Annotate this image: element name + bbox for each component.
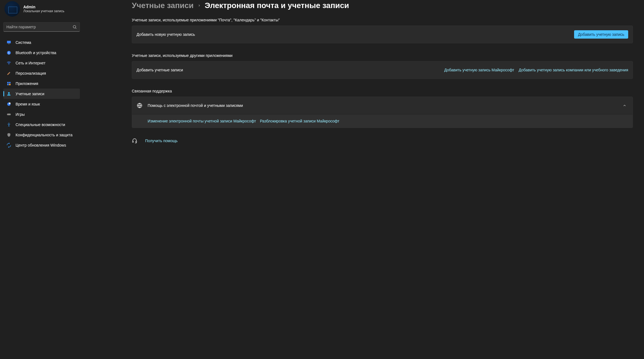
svg-rect-20 xyxy=(136,141,137,142)
nav-list: Система Bluetooth и устройства Сеть и Ин… xyxy=(3,37,80,150)
clock-globe-icon xyxy=(6,101,12,107)
sidebar: Admin Локальная учетная запись Система B… xyxy=(0,0,83,359)
nav-label: Приложения xyxy=(16,81,38,86)
update-icon xyxy=(6,142,12,148)
nav-gaming[interactable]: Игры xyxy=(3,109,80,119)
help-expander-body: Изменение электронной почты учетной запи… xyxy=(132,114,633,128)
get-help-link[interactable]: Получить помощь xyxy=(145,139,178,143)
add-work-school-account-link[interactable]: Добавить учетную запись компании или уче… xyxy=(519,68,628,72)
main-content: Учетные записи Электронная почта и учетн… xyxy=(83,0,644,359)
nav-apps[interactable]: Приложения xyxy=(3,78,80,89)
svg-point-0 xyxy=(73,26,76,28)
nav-personalization[interactable]: Персонализация xyxy=(3,68,80,78)
svg-point-17 xyxy=(9,123,9,124)
nav-label: Конфиденциальность и защита xyxy=(16,133,72,137)
breadcrumb-parent[interactable]: Учетные записи xyxy=(132,1,194,10)
unlock-ms-account-link[interactable]: Разблокировка учетной записи Майкрософт xyxy=(260,119,340,123)
breadcrumb: Учетные записи Электронная почта и учетн… xyxy=(132,1,633,10)
search-box[interactable] xyxy=(3,22,80,32)
nav-label: Учетные записи xyxy=(16,92,44,96)
add-account-label: Добавить новую учетную запись xyxy=(137,32,570,37)
svg-rect-19 xyxy=(133,141,133,142)
help-expander-header[interactable]: Помощь с электронной почтой и учетными з… xyxy=(132,97,633,114)
section-other-apps-title: Учетные записи, используемые другими при… xyxy=(132,53,633,58)
accessibility-icon xyxy=(6,122,12,127)
nav-accounts[interactable]: Учетные записи xyxy=(3,89,80,99)
svg-line-1 xyxy=(75,28,76,29)
shield-icon xyxy=(6,132,12,138)
bluetooth-icon xyxy=(6,50,12,56)
monitor-icon xyxy=(6,40,12,45)
card-add-mail-account: Добавить новую учетную запись Добавить у… xyxy=(132,26,633,43)
nav-system[interactable]: Система xyxy=(3,37,80,47)
search-input[interactable] xyxy=(6,25,72,29)
section-mail-accounts-title: Учетные записи, используемые приложениям… xyxy=(132,18,633,22)
svg-rect-9 xyxy=(7,84,9,85)
nav-label: Специальные возможности xyxy=(16,122,65,127)
svg-rect-2 xyxy=(7,41,11,43)
nav-accessibility[interactable]: Специальные возможности xyxy=(3,119,80,130)
nav-label: Bluetooth и устройства xyxy=(16,51,56,55)
page-title: Электронная почта и учетные записи xyxy=(205,1,349,10)
globe-help-icon xyxy=(137,102,143,109)
svg-rect-7 xyxy=(7,82,9,83)
nav-network[interactable]: Сеть и Интернет xyxy=(3,58,80,68)
profile-block[interactable]: Admin Локальная учетная запись xyxy=(3,0,80,22)
chevron-right-icon xyxy=(198,3,201,9)
svg-rect-10 xyxy=(9,84,11,85)
profile-subtitle: Локальная учетная запись xyxy=(23,9,64,13)
nav-label: Система xyxy=(16,40,31,45)
gamepad-icon xyxy=(6,112,12,117)
nav-windows-update[interactable]: Центр обновления Windows xyxy=(3,140,80,150)
section-support-title: Связанная поддержка xyxy=(132,89,633,93)
nav-label: Сеть и Интернет xyxy=(16,61,46,65)
svg-rect-4 xyxy=(8,44,10,44)
nav-bluetooth[interactable]: Bluetooth и устройства xyxy=(3,47,80,58)
nav-time-language[interactable]: Время и язык xyxy=(3,99,80,109)
svg-point-16 xyxy=(9,114,10,115)
nav-label: Центр обновления Windows xyxy=(16,143,66,147)
person-icon xyxy=(6,91,12,97)
wifi-icon xyxy=(6,60,12,66)
headset-icon xyxy=(132,138,137,144)
help-expander-title: Помощь с электронной почтой и учетными з… xyxy=(148,103,618,108)
chevron-up-icon xyxy=(623,104,627,107)
svg-rect-14 xyxy=(7,114,11,115)
nav-privacy[interactable]: Конфиденциальность и защита xyxy=(3,130,80,140)
avatar xyxy=(4,1,20,17)
help-expander: Помощь с электронной почтой и учетными з… xyxy=(132,97,633,128)
nav-label: Персонализация xyxy=(16,71,46,76)
add-account-button[interactable]: Добавить учетную запись xyxy=(574,30,628,39)
search-icon xyxy=(72,25,77,29)
add-accounts-label: Добавить учетные записи xyxy=(137,68,440,72)
change-ms-email-link[interactable]: Изменение электронной почты учетной запи… xyxy=(148,119,256,123)
profile-name: Admin xyxy=(23,5,64,9)
apps-icon xyxy=(6,81,12,86)
nav-label: Время и язык xyxy=(16,102,40,106)
svg-rect-8 xyxy=(9,82,11,83)
svg-point-6 xyxy=(9,64,9,64)
get-help-row: Получить помощь xyxy=(132,138,633,144)
brush-icon xyxy=(6,71,12,76)
svg-point-15 xyxy=(8,114,8,115)
svg-point-11 xyxy=(8,92,10,94)
nav-label: Игры xyxy=(16,112,25,117)
add-microsoft-account-link[interactable]: Добавить учетную запись Майкрософт xyxy=(444,68,514,72)
card-add-other-accounts: Добавить учетные записи Добавить учетную… xyxy=(132,61,633,79)
